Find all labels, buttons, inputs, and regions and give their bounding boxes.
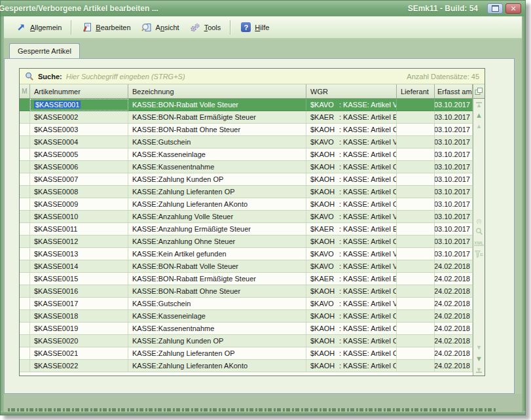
lieferant-cell	[397, 310, 435, 322]
artikelnummer-cell: $KASSE0018	[30, 310, 128, 322]
bezeichnung-cell: KASSE:Kassenentnahme	[128, 161, 306, 173]
bezeichnung-cell: KASSE:Kassenentnahme	[128, 323, 306, 334]
table-row[interactable]: $KASSE0018 KASSE:Kasseneinlage $KAOH: KA…	[20, 310, 473, 323]
table-row[interactable]: $KASSE0020 KASSE:Zahlung Kunden OP $KAOH…	[20, 335, 473, 347]
marker-cell	[20, 298, 30, 309]
scroll-to-bottom-button[interactable]: ▼	[474, 365, 484, 375]
wgr-cell: $KAOH: KASSE: Artikel O	[306, 161, 397, 173]
filter-button[interactable]	[474, 249, 484, 259]
table-row[interactable]: $KASSE0010 KASSE:Anzahlung Volle Steuer …	[20, 211, 473, 223]
erfasst-am-cell: 03.10.2017	[435, 136, 473, 148]
table-row[interactable]: $KASSE0003 KASSE:BON-Rabatt Ohne Steuer …	[20, 124, 473, 136]
menu-bar: Allgemein Bearbeiten Ansicht Tools	[4, 16, 522, 39]
table-row[interactable]: $KASSE0006 KASSE:Kassenentnahme $KAOH: K…	[20, 161, 473, 173]
tab-gesperrte-artikel[interactable]: Gesperrte Artikel	[9, 43, 80, 58]
column-header-bezeichnung[interactable]: Bezeichnung	[128, 84, 306, 98]
grid: M Artikelnummer Bezeichnung WGR Lieferan…	[20, 84, 485, 376]
erfasst-am-cell: 03.10.2017	[435, 161, 473, 173]
artikelnummer-cell: $KASSE0022	[30, 360, 128, 372]
table-row[interactable]: $KASSE0017 KASSE:Gutschein $KAVO: KASSE:…	[20, 298, 473, 310]
scroll-down-button[interactable]: ▼	[474, 354, 484, 364]
wgr-cell: $KAOH: KASSE: Artikel O	[306, 347, 397, 359]
search-icon	[25, 72, 34, 81]
table-row[interactable]: $KASSE0009 KASSE:Zahlung Lieferanten AKo…	[20, 198, 473, 211]
artikelnummer-cell: $KASSE0013	[30, 248, 128, 260]
column-header-lieferant[interactable]: Lieferant	[397, 84, 435, 98]
bezeichnung-cell: KASSE:BON-Rabatt Volle Steuer	[128, 260, 306, 272]
table-row[interactable]: $KASSE0012 KASSE:Anzahlung Ohne Steuer $…	[20, 236, 473, 248]
scroll-up-small-button[interactable]: ▲	[474, 122, 484, 131]
erfasst-am-cell: 24.02.2018	[435, 273, 473, 285]
menu-item-bearbeiten[interactable]: Bearbeiten	[76, 20, 136, 35]
status-bar	[4, 394, 522, 412]
table-row[interactable]: $KASSE0008 KASSE:Zahlung Lieferanten OP …	[20, 186, 473, 198]
marker-cell	[20, 223, 30, 235]
column-header-erfasst-am[interactable]: Erfasst am	[435, 84, 473, 98]
table-row[interactable]: $KASSE0021 KASSE:Zahlung Lieferanten OP …	[20, 347, 473, 360]
group-button[interactable]: (I)	[474, 216, 484, 226]
wgr-cell: $KAOH: KASSE: Artikel O	[306, 236, 397, 247]
table-row[interactable]: $KASSE0001 KASSE:BON-Rabatt Volle Steuer…	[20, 99, 473, 111]
bezeichnung-cell: KASSE:Zahlung Kunden OP	[128, 335, 306, 347]
marker-cell	[20, 99, 30, 111]
table-row[interactable]: $KASSE0005 KASSE:Kasseneinlage $KAOH: KA…	[20, 149, 473, 161]
menu-item-hilfe[interactable]: ? Hilfe	[235, 20, 274, 35]
title-bar[interactable]: Gesperrte/Verborgene Artikel bearbeiten …	[1, 1, 525, 16]
lieferant-cell	[397, 124, 435, 135]
menu-item-tools[interactable]: Tools	[185, 20, 227, 35]
menu-label: Hilfe	[255, 24, 269, 31]
menu-item-allgemein[interactable]: Allgemein	[10, 20, 67, 35]
table-row[interactable]: $KASSE0014 KASSE:BON-Rabatt Volle Steuer…	[20, 260, 473, 273]
record-count: Anzahl Datensätze: 45	[407, 73, 479, 80]
column-header-m[interactable]: M	[20, 84, 30, 98]
wgr-cell: $KAVO: KASSE: Artikel V	[306, 260, 397, 272]
grid-rows: $KASSE0001 KASSE:BON-Rabatt Volle Steuer…	[20, 99, 473, 376]
restore-button[interactable]	[487, 3, 503, 14]
search-input[interactable]: Hier Suchbegriff eingeben (STRG+S)	[66, 73, 403, 80]
artikelnummer-cell: $KASSE0004	[30, 136, 128, 148]
menu-item-ansicht[interactable]: Ansicht	[136, 20, 185, 35]
table-row[interactable]: $KASSE0004 KASSE:Gutschein $KAVO: KASSE:…	[20, 136, 473, 149]
artikelnummer-cell: $KASSE0020	[30, 335, 128, 347]
scroll-down-small-button[interactable]: ▼	[474, 343, 484, 353]
wgr-cell: $KAOH: KASSE: Artikel O	[306, 360, 397, 372]
xml-export-button[interactable]: XML	[474, 238, 484, 248]
artikelnummer-cell: $KASSE0005	[30, 149, 128, 160]
table-row[interactable]: $KASSE0015 KASSE:BON-Rabatt Ermäßigte St…	[20, 273, 473, 285]
artikelnummer-cell: $KASSE0014	[30, 260, 128, 272]
search-bar: Suche: Hier Suchbegriff eingeben (STRG+S…	[20, 69, 485, 84]
lieferant-cell	[397, 260, 435, 272]
artikelnummer-cell: $KASSE0001	[30, 99, 128, 111]
table-row[interactable]: $KASSE0016 KASSE:BON-Rabatt Ohne Steuer …	[20, 285, 473, 298]
erfasst-am-cell: 03.10.2017	[435, 186, 473, 198]
bezeichnung-cell: KASSE:Zahlung Lieferanten OP	[128, 186, 306, 198]
column-chooser-button[interactable]	[473, 84, 485, 99]
window-title: Gesperrte/Verborgene Artikel bearbeiten …	[0, 4, 408, 13]
wgr-cell: $KAVO: KASSE: Artikel V	[306, 248, 397, 260]
bezeichnung-cell: KASSE:Zahlung Lieferanten AKonto	[128, 360, 306, 372]
tab-label: Gesperrte Artikel	[18, 47, 71, 55]
rail-search-button[interactable]	[474, 227, 484, 237]
marker-cell	[20, 186, 30, 198]
table-row[interactable]: $KASSE0011 KASSE:Anzahlung Ermäßigte Ste…	[20, 223, 473, 236]
table-row[interactable]: $KASSE0019 KASSE:Kassenentnahme $KAOH: K…	[20, 323, 473, 335]
table-row[interactable]: $KASSE0007 KASSE:Zahlung Kunden OP $KAOH…	[20, 173, 473, 186]
table-row[interactable]: $KASSE0002 KASSE:BON-Rabatt Ermäßigte St…	[20, 111, 473, 124]
lieferant-cell	[397, 347, 435, 359]
scroll-up-button[interactable]: ▲	[474, 111, 484, 120]
table-row[interactable]: $KASSE0022 KASSE:Zahlung Lieferanten AKo…	[20, 360, 473, 372]
scroll-to-top-button[interactable]: ▲	[474, 99, 484, 109]
wgr-cell: $KAOH: KASSE: Artikel O	[306, 124, 397, 135]
wgr-cell: $KAVO: KASSE: Artikel V	[306, 211, 397, 222]
column-header-wgr[interactable]: WGR	[306, 84, 397, 98]
close-button[interactable]: ✕	[505, 3, 521, 14]
table-row[interactable]: $KASSE0013 KASSE:Kein Artikel gefunden $…	[20, 248, 473, 260]
marker-cell	[20, 173, 30, 185]
diagonal-arrow-icon	[16, 22, 27, 33]
wgr-cell: $KAER: KASSE: Artikel E	[306, 111, 397, 123]
erfasst-am-cell: 03.10.2017	[435, 211, 473, 222]
column-header-artikelnummer[interactable]: Artikelnummer	[30, 84, 128, 98]
artikelnummer-cell: $KASSE0009	[30, 198, 128, 210]
erfasst-am-cell: 24.02.2018	[435, 298, 473, 309]
erfasst-am-cell: 03.10.2017	[435, 111, 473, 123]
